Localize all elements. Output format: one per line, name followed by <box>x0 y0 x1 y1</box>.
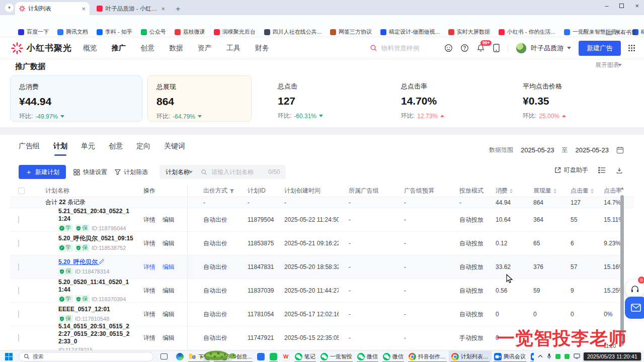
tab-close-icon[interactable]: × <box>161 6 165 12</box>
new-ad-button[interactable]: 新建广告 <box>579 41 621 56</box>
app-grid-icon[interactable] <box>628 45 635 51</box>
nav-item-0[interactable]: 概览 <box>83 44 97 53</box>
nav-item-4[interactable]: 资产 <box>198 44 212 53</box>
table-row[interactable]: 5.21_0521_20:43_0522_11:24✓学保ID:11879504… <box>10 208 624 232</box>
date-end[interactable]: 2025-05-23 <box>576 146 609 154</box>
download-report-icon[interactable] <box>616 167 623 174</box>
detail-link[interactable]: 详情 <box>143 216 155 223</box>
taskbar-app-wechat[interactable]: 一觉智投 <box>318 351 355 362</box>
taskbar-app-chrome[interactable]: 抖音创作者... <box>406 351 449 362</box>
browser-tab-inactive[interactable]: 叶子品质游 - 小红书搜索 × <box>93 2 169 15</box>
app-logo[interactable]: 小红书聚光 <box>11 42 72 54</box>
quick-settings-button[interactable]: 快捷设置 <box>73 168 107 176</box>
nav-item-3[interactable]: 数据 <box>169 44 183 53</box>
plan-name[interactable]: 5.14_0515_20:51_0515_22:27_0515_22:30_05… <box>58 323 134 345</box>
plan-filter-button[interactable]: 计划筛选 <box>115 168 148 176</box>
panel-tab-5[interactable]: 关键词 <box>164 142 185 156</box>
new-tab-button[interactable]: ＋ <box>174 4 182 14</box>
nav-item-1[interactable]: 推广 <box>112 44 126 53</box>
bookmark-item[interactable]: 润稞聚光后台 <box>214 28 256 36</box>
taskbar-app-wechat[interactable]: 笔记 <box>292 351 318 362</box>
row-checkbox[interactable] <box>18 311 19 318</box>
taskbar-app-app-blue[interactable] <box>255 351 267 362</box>
windows-start-button[interactable] <box>5 353 13 360</box>
bookmark-item[interactable]: 公众号 <box>141 28 166 36</box>
header-search-input[interactable] <box>381 45 437 52</box>
expand-chart-toggle[interactable]: 展开图表 <box>595 61 622 69</box>
bookmark-item[interactable]: 网签三方协议 <box>330 28 372 36</box>
microphone-icon[interactable] <box>547 353 551 359</box>
detail-link[interactable]: 详情 <box>143 287 155 294</box>
window-close-button[interactable]: × <box>635 2 639 10</box>
edit-link[interactable]: 编辑 <box>163 216 175 223</box>
bookmark-item[interactable]: 小红书 - 你的生活... <box>499 28 555 36</box>
detail-link[interactable]: 详情 <box>143 311 155 318</box>
taskbar-app-meeting[interactable]: 腾讯会议 <box>492 351 528 362</box>
taskbar-app-chrome[interactable]: 计划列表 -... <box>449 351 492 362</box>
sort-icon[interactable] <box>553 189 556 194</box>
header-search[interactable] <box>370 44 437 52</box>
wechat-tray-icon[interactable] <box>555 354 560 359</box>
taskbar-app-app-green[interactable] <box>267 351 280 362</box>
edit-link[interactable]: 编辑 <box>163 287 175 294</box>
avatar[interactable] <box>516 43 527 54</box>
browser-tab-active[interactable]: 计划列表 × <box>15 2 90 15</box>
plan-name[interactable]: 5.20_呼伦贝尔_0521_09:15 <box>58 235 134 242</box>
name-filter-select[interactable]: 计划名称 <box>166 168 193 176</box>
monitor-assistant-button[interactable]: 盯盘助手 <box>554 166 588 174</box>
row-checkbox[interactable] <box>18 216 19 223</box>
plan-name-search-input[interactable] <box>211 168 264 175</box>
bookmark-item[interactable]: 荔枝微课 <box>175 28 205 36</box>
panel-tab-2[interactable]: 单元 <box>81 142 95 156</box>
detail-link[interactable]: 详情 <box>143 263 155 270</box>
column-settings-icon[interactable] <box>598 167 606 173</box>
notifications-bell[interactable]: 99+ <box>476 44 485 52</box>
plan-name[interactable]: 5.21_0521_20:43_0522_11:24 <box>58 208 134 223</box>
all-bookmarks-button[interactable]: 所有书签 <box>606 29 637 36</box>
select-all-checkbox[interactable] <box>18 188 25 194</box>
scroll-up-arrow-icon[interactable] <box>621 187 624 190</box>
nav-item-6[interactable]: 财务 <box>255 44 269 53</box>
message-button[interactable] <box>625 297 644 319</box>
edit-link[interactable]: 编辑 <box>163 334 175 341</box>
plan-name[interactable]: 5.20_0520_11:41_0520_11:44 <box>58 279 134 294</box>
bookmark-item[interactable]: 实时大屏数据 <box>448 28 490 36</box>
panel-tab-0[interactable]: 广告组 <box>19 142 40 156</box>
date-range-picker[interactable]: 数据范围 2025-05-23 至 2025-05-23 <box>489 146 624 154</box>
bookmark-item[interactable]: 腾讯文档 <box>57 28 88 36</box>
taskbar-search-input[interactable] <box>33 353 123 359</box>
tray-expand-icon[interactable] <box>538 354 543 358</box>
chevron-down-icon[interactable] <box>567 47 571 49</box>
window-maximize-button[interactable] <box>619 4 624 8</box>
row-checkbox[interactable] <box>18 334 19 341</box>
sort-icon[interactable] <box>510 189 513 194</box>
taskbar-app-wechat[interactable]: 微信 <box>355 351 380 362</box>
calendar-icon[interactable] <box>616 146 624 154</box>
table-row[interactable]: 5.20_0520_11:41_0520_11:44✓学保ID:11837039… <box>10 279 624 303</box>
mobile-preview-icon[interactable] <box>493 44 500 52</box>
bookmark-item[interactable]: 四川人社在线公共... <box>264 28 321 36</box>
row-checkbox[interactable] <box>18 263 19 270</box>
panel-tab-3[interactable]: 创意 <box>109 142 123 156</box>
feedback-smiley-icon[interactable] <box>444 44 453 52</box>
edit-link[interactable]: 编辑 <box>163 311 175 318</box>
new-plan-button[interactable]: ＋ 新建计划 <box>19 165 66 179</box>
help-icon[interactable] <box>460 44 469 52</box>
plan-name[interactable]: EEEE_0517_12:01 <box>58 306 134 313</box>
taskbar-app-edge[interactable] <box>174 351 186 362</box>
taskbar-app-wechat[interactable]: 微信 <box>380 351 406 362</box>
plan-name[interactable]: 5.20_呼伦贝尔 <box>58 258 134 266</box>
bookmark-item[interactable]: 稿定设计-做图做视... <box>380 28 440 36</box>
bookmark-item[interactable]: 李科 - 知乎 <box>97 28 132 36</box>
nav-item-5[interactable]: 工具 <box>226 44 240 53</box>
row-checkbox[interactable] <box>18 287 19 294</box>
bookmark-item[interactable]: 百度一下 <box>18 28 49 36</box>
panel-tab-4[interactable]: 定向 <box>136 142 150 156</box>
edit-link[interactable]: 编辑 <box>163 263 175 270</box>
account-name[interactable]: 叶子品质游 <box>531 44 564 53</box>
tab-close-icon[interactable]: × <box>82 6 86 12</box>
wechat-tray-icon[interactable] <box>565 354 570 359</box>
window-minimize-button[interactable]: – <box>605 2 608 10</box>
detail-link[interactable]: 详情 <box>143 334 155 341</box>
nav-item-2[interactable]: 创意 <box>140 44 154 53</box>
